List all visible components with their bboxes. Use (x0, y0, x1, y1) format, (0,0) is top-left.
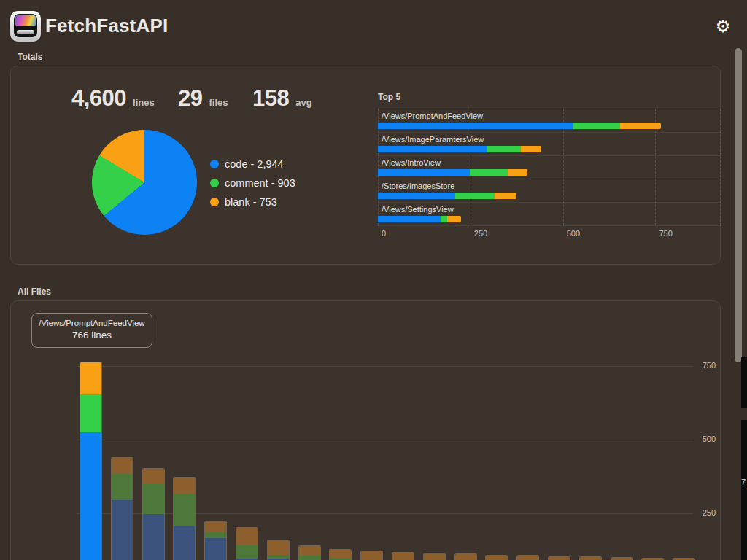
bar-segment-comment (174, 494, 195, 526)
bar-segment-blank (299, 546, 320, 556)
legend-dot (210, 179, 219, 187)
bar-segment-blank (495, 192, 516, 199)
totals-section-label: Totals (18, 52, 42, 62)
file-bar[interactable] (329, 549, 352, 560)
top5-row-label: /Views/PromptAndFeedView (382, 112, 483, 120)
file-bar[interactable] (298, 545, 321, 560)
bar-segment-blank (455, 554, 476, 560)
legend-item: blank - 753 (210, 192, 295, 211)
bar-segment-code (378, 216, 441, 222)
all-files-panel: 250500750 /Views/PromptAndFeedView 766 l… (10, 300, 721, 560)
bar-segment-blank (330, 550, 351, 559)
top5-bar[interactable] (378, 216, 461, 222)
top5-bar[interactable] (378, 192, 516, 199)
file-bar[interactable] (516, 555, 539, 560)
bar-segment-blank (508, 169, 527, 176)
top5-bar[interactable] (378, 122, 661, 129)
background-window-sliver: 7 (741, 357, 747, 560)
bar-segment-comment (573, 122, 620, 129)
bar-segment-comment (205, 532, 226, 538)
legend-item: comment - 903 (210, 174, 295, 192)
bar-segment-blank (517, 556, 538, 560)
app-logo-slot (17, 30, 34, 34)
all-files-section-label: All Files (18, 287, 51, 297)
top5-bar[interactable] (378, 146, 541, 152)
bar-segment-comment (112, 474, 133, 500)
bar-segment-blank (521, 146, 541, 152)
bar-segment-blank (236, 528, 258, 545)
bar-segment-comment (299, 556, 320, 560)
bar-segment-code (378, 122, 573, 129)
file-bar[interactable] (173, 477, 196, 560)
hover-tooltip: /Views/PromptAndFeedView 766 lines (31, 313, 152, 348)
bar-segment-blank (486, 556, 507, 560)
background-window-partial-text: 7 (741, 478, 747, 486)
bar-segment-code (378, 169, 470, 176)
bar-segment-blank (268, 540, 289, 554)
bar-segment-code (378, 146, 487, 152)
top5-row-label: /Views/ImageParamtersView (382, 135, 484, 144)
app-window: FetchFastAPI ⚙ Totals 4,600lines29files1… (0, 0, 747, 560)
bar-segment-code (80, 432, 101, 560)
bar-segment-comment (455, 192, 495, 199)
bar-segment-code (174, 526, 195, 560)
top5-row-label: /Views/SettingsView (382, 205, 454, 214)
file-bar[interactable] (454, 553, 477, 560)
bar-segment-comment (487, 146, 521, 152)
tooltip-line-count: 766 lines (32, 330, 152, 341)
bar-segment-comment (441, 216, 448, 222)
bar-segment-code (205, 538, 226, 560)
file-bar[interactable] (673, 558, 695, 560)
top5-row-label: /Views/IntroView (382, 158, 441, 167)
bar-segment-comment (143, 484, 164, 514)
totals-panel: 4,600lines29files158avg code - 2,944comm… (10, 66, 721, 265)
app-title: FetchFastAPI (45, 15, 169, 37)
bar-segment-code (112, 500, 133, 560)
file-bar[interactable] (579, 556, 602, 560)
file-bar[interactable] (204, 521, 227, 560)
top5-plot: 0250500750/Views/PromptAndFeedView/Views… (378, 109, 721, 241)
bar-segment-code (143, 514, 164, 560)
stat-lines: 4,600lines (71, 85, 155, 112)
settings-gear-icon[interactable]: ⚙ (713, 17, 732, 36)
tooltip-file-name: /Views/PromptAndFeedView (32, 319, 152, 327)
bar-segment-blank (392, 553, 414, 560)
app-logo-photo (15, 15, 36, 26)
bar-segment-comment (80, 394, 101, 432)
top5-chart-title: Top 5 (378, 92, 400, 102)
file-bar[interactable] (611, 557, 633, 560)
legend-item: code - 2,944 (210, 155, 295, 174)
app-logo-screen (14, 14, 37, 37)
file-bar[interactable] (485, 555, 508, 560)
legend-dot (210, 160, 219, 168)
file-bar[interactable] (548, 556, 570, 560)
file-bar[interactable] (360, 551, 383, 560)
file-bar[interactable] (80, 362, 102, 560)
bar-segment-blank (580, 557, 601, 560)
bar-segment-code (378, 192, 455, 199)
top5-bar[interactable] (378, 169, 527, 176)
app-logo (10, 11, 41, 42)
bar-segment-blank (143, 469, 164, 484)
lines-pie-chart[interactable] (92, 130, 197, 235)
background-window-gap (741, 408, 747, 420)
bar-segment-blank (424, 553, 445, 560)
bar-segment-blank (361, 551, 382, 560)
bar-segment-blank (80, 362, 101, 395)
scrollbar-thumb[interactable] (735, 48, 742, 362)
legend-dot (210, 198, 219, 206)
file-bar[interactable] (641, 558, 664, 560)
file-bar[interactable] (423, 553, 446, 560)
file-bar[interactable] (267, 540, 290, 560)
file-bar[interactable] (111, 457, 133, 560)
top5-row-label: /Stores/ImagesStore (382, 182, 454, 190)
pie-legend: code - 2,944comment - 903blank - 753 (210, 155, 295, 211)
bar-segment-blank (447, 216, 461, 222)
bar-segment-comment (470, 169, 508, 176)
bar-segment-blank (549, 557, 570, 560)
bar-segment-blank (174, 478, 195, 494)
file-bar[interactable] (236, 527, 258, 560)
file-bar[interactable] (142, 468, 165, 560)
file-bar[interactable] (392, 552, 414, 560)
bar-segment-comment (236, 545, 258, 559)
